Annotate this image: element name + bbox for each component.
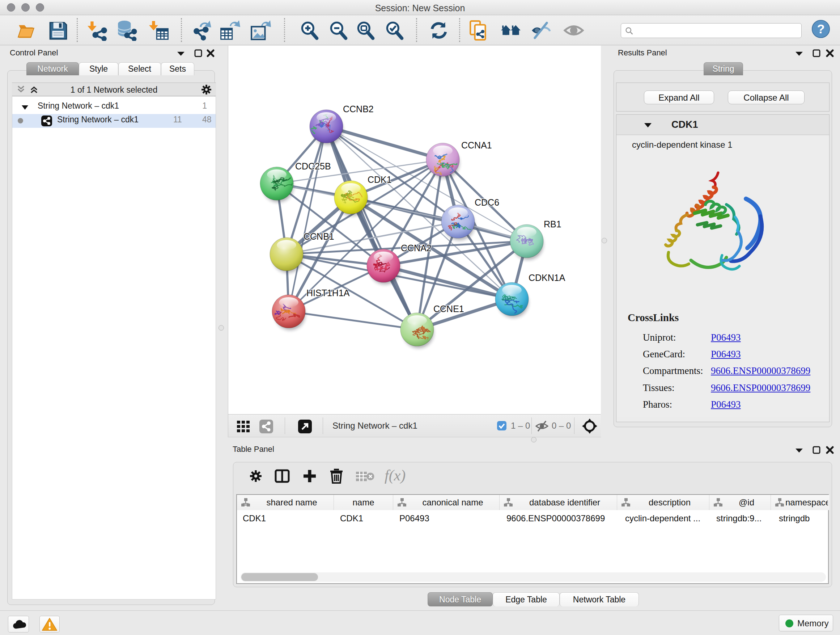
network-edge-count: 48 — [202, 115, 212, 125]
expand-all-button[interactable]: Expand All — [644, 90, 714, 104]
copy-share-icon[interactable] — [469, 20, 489, 41]
svg-text:CCNA2: CCNA2 — [401, 243, 431, 253]
gene-details: cyclin-dependent kinase 1 — [617, 135, 829, 417]
column-header[interactable]: database identifier — [500, 495, 617, 510]
table-cell[interactable]: stringdb — [771, 510, 829, 527]
column-header[interactable]: namespace — [771, 495, 829, 510]
import-table-icon[interactable] — [149, 20, 170, 41]
table-panel-close-icon[interactable] — [826, 446, 834, 454]
search-input[interactable] — [621, 23, 802, 38]
crosslink-compartments-link[interactable]: 9606.ENSP00000378699 — [711, 365, 810, 377]
table-cell[interactable]: P06493 — [393, 510, 500, 527]
show-all-icon[interactable] — [563, 20, 584, 41]
toolbar-divider — [284, 18, 285, 42]
help-icon[interactable]: ? — [811, 19, 831, 39]
open-in-window-icon[interactable] — [298, 419, 312, 434]
table-cell[interactable]: CDK1 — [334, 510, 393, 527]
export-table-icon[interactable] — [219, 20, 240, 41]
horizontal-splitter-handle[interactable] — [531, 437, 537, 442]
protein-structure-image — [651, 170, 778, 293]
crosslink-label: Tissues: — [643, 382, 675, 394]
window-title: Session: New Session — [0, 3, 840, 13]
network-canvas[interactable]: CCNB2CCNA1CDC25BCDK1CDC6RB1CCNB1CCNA2CDK… — [228, 46, 601, 414]
table-panel-float-icon[interactable] — [794, 447, 804, 454]
column-header[interactable]: @id — [709, 495, 771, 510]
birdseye-share-icon[interactable] — [259, 419, 273, 434]
tab-sets[interactable]: Sets — [161, 62, 194, 75]
delete-table-icon[interactable] — [355, 471, 374, 482]
tab-edge-table[interactable]: Edge Table — [493, 592, 560, 606]
tab-node-table[interactable]: Node Table — [428, 592, 493, 606]
zoom-out-icon[interactable] — [328, 20, 349, 41]
home-icon[interactable] — [500, 20, 521, 41]
add-column-icon[interactable] — [302, 468, 317, 484]
export-image-icon[interactable] — [250, 20, 271, 41]
column-header[interactable]: canonical name — [393, 495, 500, 510]
network-node-count: 11 — [173, 115, 182, 125]
tab-network-table[interactable]: Network Table — [560, 592, 639, 606]
network-node-CDC25B: CDC25B — [260, 161, 331, 203]
table-cell[interactable]: 9606.ENSP00000378699 — [500, 510, 617, 527]
control-panel-maximize-icon[interactable] — [194, 49, 202, 57]
crosslink-genecard-link[interactable]: P06493 — [711, 348, 741, 360]
results-buttons-box: Expand All Collapse All — [616, 82, 829, 111]
import-database-icon[interactable] — [116, 20, 137, 41]
zoom-fit-icon[interactable] — [355, 20, 376, 41]
crosslink-tissues-link[interactable]: 9606.ENSP00000378699 — [711, 382, 810, 394]
tab-network[interactable]: Network — [27, 62, 79, 75]
import-network-icon[interactable] — [87, 20, 108, 41]
scrollbar-thumb[interactable] — [241, 573, 318, 581]
gene-collapse-icon[interactable] — [644, 122, 652, 128]
toolbar-divider — [416, 18, 417, 42]
vertical-splitter-handle[interactable] — [218, 325, 224, 331]
crosslink-label: Uniprot: — [643, 332, 676, 343]
hide-selected-icon[interactable] — [531, 20, 551, 41]
collapse-all-button[interactable]: Collapse All — [728, 90, 805, 104]
horizontal-scrollbar[interactable] — [240, 572, 826, 582]
memory-button[interactable]: Memory — [779, 615, 833, 631]
column-header[interactable]: description — [617, 495, 709, 510]
zoom-selected-icon[interactable] — [384, 20, 405, 41]
hidden-eye-slash-icon[interactable] — [535, 420, 549, 432]
cloud-button[interactable] — [8, 616, 29, 632]
tab-style[interactable]: Style — [79, 62, 118, 75]
split-columns-icon[interactable] — [274, 468, 290, 484]
tree-expander-icon[interactable] — [21, 103, 29, 110]
results-panel-maximize-icon[interactable] — [812, 49, 821, 57]
network-tree-root-row[interactable]: String Network – cdk1 1 — [12, 100, 216, 114]
crosslink-uniprot-link[interactable]: P06493 — [711, 332, 741, 343]
column-header[interactable]: shared name — [237, 495, 334, 510]
open-folder-icon[interactable] — [17, 20, 38, 41]
save-icon[interactable] — [47, 20, 68, 41]
grid-view-icon[interactable] — [236, 419, 251, 434]
export-network-icon[interactable] — [192, 20, 213, 41]
table-gear-icon[interactable] — [248, 469, 263, 483]
zoom-in-icon[interactable] — [299, 20, 320, 41]
control-panel-float-icon[interactable] — [176, 50, 186, 57]
network-options-gear-icon[interactable] — [201, 84, 212, 96]
svg-text:CCNA1: CCNA1 — [461, 140, 492, 150]
column-header[interactable]: name — [334, 495, 393, 510]
warning-button[interactable] — [39, 616, 60, 632]
column-type-icon — [775, 497, 785, 508]
table-panel-maximize-icon[interactable] — [812, 446, 821, 454]
results-panel-float-icon[interactable] — [794, 50, 804, 57]
selected-checkbox-icon[interactable] — [497, 421, 507, 431]
results-panel-close-icon[interactable] — [826, 49, 834, 57]
table-cell[interactable]: stringdb:9... — [709, 510, 771, 527]
tab-select[interactable]: Select — [118, 62, 161, 75]
gene-section-header[interactable]: CDK1 — [616, 115, 829, 135]
gene-description: cyclin-dependent kinase 1 — [632, 140, 733, 150]
fit-selected-crosshair-icon[interactable] — [582, 418, 597, 434]
refresh-icon[interactable] — [428, 20, 449, 41]
crosslink-pharos-link[interactable]: P06493 — [711, 399, 741, 410]
table-cell[interactable]: CDK1 — [237, 510, 334, 527]
network-tree-row-selected[interactable]: String Network – cdk1 11 48 — [12, 114, 216, 128]
table-cell[interactable]: cyclin-dependent ... — [617, 510, 709, 527]
function-builder-fx[interactable]: f(x) — [385, 467, 419, 484]
crosslink-label: GeneCard: — [643, 348, 685, 360]
title-bar: Session: New Session — [0, 0, 840, 15]
tab-string[interactable]: String — [704, 62, 743, 75]
delete-trash-icon[interactable] — [329, 468, 344, 485]
control-panel-close-icon[interactable] — [206, 49, 215, 57]
